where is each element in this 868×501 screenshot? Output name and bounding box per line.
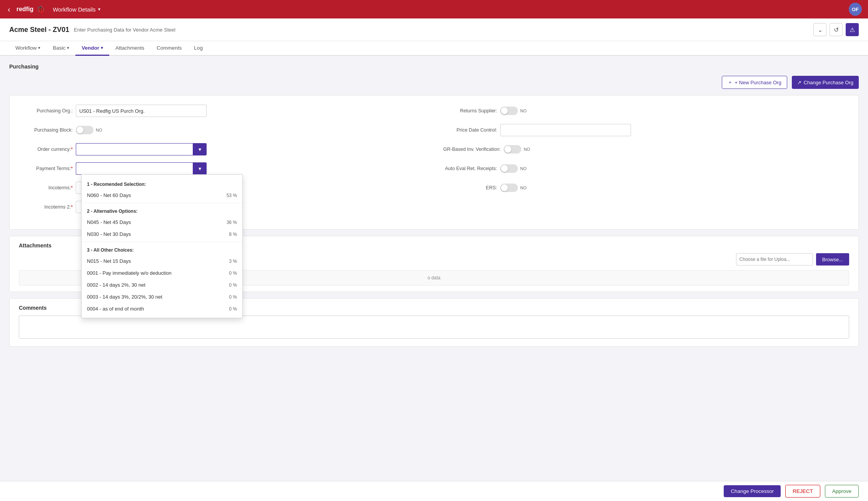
dd-divider-1 [82,203,242,203]
approve-button[interactable]: Approve [825,485,859,498]
purchasing-block-toggle-label: NO [96,128,102,132]
gr-based-toggle-switch[interactable] [504,145,521,154]
change-purchase-org-button[interactable]: ↗ Change Purchase Org [792,76,859,89]
payment-terms-chevron-icon[interactable]: ▾ [193,162,207,175]
avatar: OF [849,3,862,16]
dd-item-n060[interactable]: N060 - Net 60 Days 53 % [82,189,242,201]
refresh-button[interactable]: ↺ [830,23,843,36]
change-purchase-org-label: Change Purchase Org [804,80,853,85]
purchasing-block-label: Purchasing Block: [19,127,73,133]
form-row-4: Payment Terms:* ▾ Auto Eval Ret. Receipt… [19,162,849,175]
chevron-down-button[interactable]: ⌄ [813,23,826,36]
plus-icon: ＋ [728,79,733,86]
form-row-1: Purchasing Org.: Returns Supplier: NO [19,105,849,117]
form-group-returns-supplier: Returns Supplier: NO [443,105,849,117]
dd-item-n030-pct: 8 % [229,232,237,237]
purchasing-block-toggle[interactable]: NO [76,126,102,134]
workflow-details-title: Workflow Details [53,6,95,13]
dd-item-n045-label: N045 - Net 45 Days [87,219,131,225]
dd-item-0001[interactable]: 0001 - Pay immediately w/o deduction 0 % [82,267,242,279]
attachments-title: Attachments [19,242,52,249]
comments-textarea[interactable] [19,316,849,339]
tab-vendor-chevron-icon: ▾ [101,45,103,50]
tab-comments[interactable]: Comments [150,41,188,56]
form-group-payment-terms: Payment Terms:* ▾ [19,162,425,175]
dd-item-0001-label: 0001 - Pay immediately w/o deduction [87,270,172,276]
dd-item-0003[interactable]: 0003 - 14 days 3%, 20/2%, 30 net 0 % [82,291,242,303]
dd-item-0001-pct: 0 % [229,271,237,276]
browse-button[interactable]: Browse... [816,253,849,266]
dd-item-0004-label: 0004 - as of end of month [87,306,144,312]
payment-terms-label: Payment Terms:* [19,166,73,171]
payment-terms-input[interactable] [76,162,193,175]
file-upload-input[interactable] [736,253,813,266]
payment-terms-dropdown[interactable]: ▾ [76,162,207,175]
auto-eval-toggle[interactable]: NO [500,164,527,173]
payment-terms-dropdown-popup: 1 - Recomended Selection: N060 - Net 60 … [81,174,243,318]
logo-area: redfig 🐞 [17,5,45,13]
workflow-details-chevron-icon[interactable]: ▾ [98,7,100,12]
gr-based-inv-label: GR-Based Inv. Verification: [443,147,501,152]
dd-item-n015[interactable]: N015 - Net 15 Days 3 % [82,255,242,267]
returns-supplier-toggle-switch[interactable] [500,107,518,115]
ers-toggle[interactable]: NO [500,184,527,192]
form-group-price-date: Price Date Control: [443,124,849,136]
dd-item-n030[interactable]: N030 - Net 30 Days 8 % [82,228,242,240]
ers-toggle-switch[interactable] [500,184,518,192]
dd-item-0003-pct: 0 % [229,294,237,300]
back-button[interactable]: ‹ [6,3,12,15]
form-row-2: Purchasing Block: NO Price Date Control: [19,124,849,136]
form-group-auto-eval: Auto Eval Ret. Receipts: NO [443,162,849,175]
tab-log-label: Log [194,45,203,51]
order-currency-label: Order currency:* [19,147,73,152]
auto-eval-toggle-label: NO [520,166,527,171]
ers-label: ERS: [443,185,497,190]
gr-based-toggle-label: NO [524,147,530,152]
dd-item-0003-label: 0003 - 14 days 3%, 20/2%, 30 net [87,294,162,300]
new-purchase-org-button[interactable]: ＋ + New Purchase Org [722,76,787,89]
auto-eval-label: Auto Eval Ret. Receipts: [443,166,497,171]
reject-button[interactable]: REJECT [785,485,820,498]
dd-item-n015-label: N015 - Net 15 Days [87,258,131,264]
dd-item-0002[interactable]: 0002 - 14 days 2%, 30 net 0 % [82,279,242,291]
order-currency-chevron-icon[interactable]: ▾ [193,143,207,155]
form-group-ers: ERS: NO [443,182,849,194]
tab-log[interactable]: Log [188,41,209,56]
order-currency-input[interactable] [76,143,193,155]
tab-workflow[interactable]: Workflow ▾ [9,41,47,56]
toggle-knob-2 [77,127,83,134]
returns-supplier-toggle[interactable]: NO [500,107,527,115]
purchasing-block-toggle-switch[interactable] [76,126,93,134]
dd-item-0002-pct: 0 % [229,282,237,288]
dd-item-0004-pct: 0 % [229,306,237,312]
tab-basic[interactable]: Basic ▾ [47,41,75,56]
purchasing-org-input[interactable] [76,105,207,117]
returns-supplier-toggle-label: NO [520,109,527,113]
warning-button[interactable]: ⚠ [846,23,859,36]
page-title: Acme Steel - ZV01 [9,26,69,34]
dd-item-n030-label: N030 - Net 30 Days [87,231,131,237]
change-icon: ↗ [797,80,801,85]
tab-vendor-label: Vendor [82,45,99,51]
gr-based-toggle[interactable]: NO [504,145,530,154]
toggle-knob-4 [501,165,508,172]
change-processor-button[interactable]: Change Processor [724,485,781,497]
auto-eval-toggle-switch[interactable] [500,164,518,173]
returns-supplier-label: Returns Supplier: [443,108,497,114]
dd-group-2-header: 2 - Alternative Options: [82,205,242,216]
bottom-bar: Change Processor REJECT Approve [0,481,868,499]
tab-vendor[interactable]: Vendor ▾ [75,41,109,56]
tab-attachments[interactable]: Attachments [109,41,150,56]
form-group-purchasing-block: Purchasing Block: NO [19,124,425,136]
dropdown-scroll: 1 - Recomended Selection: N060 - Net 60 … [82,175,242,318]
dd-item-0004[interactable]: 0004 - as of end of month 0 % [82,303,242,315]
dd-group-3-header: 3 - All Other Choices: [82,244,242,255]
price-date-control-input[interactable] [500,124,631,136]
dd-divider-2 [82,242,242,242]
dd-item-n045[interactable]: N045 - Net 45 Days 36 % [82,216,242,228]
toggle-knob-3 [504,146,511,153]
form-group-gr-based: GR-Based Inv. Verification: NO [443,143,849,155]
order-currency-dropdown[interactable]: ▾ [76,143,207,155]
dd-item-n060-pct: 53 % [227,193,237,198]
no-data-text: o data [427,275,440,281]
